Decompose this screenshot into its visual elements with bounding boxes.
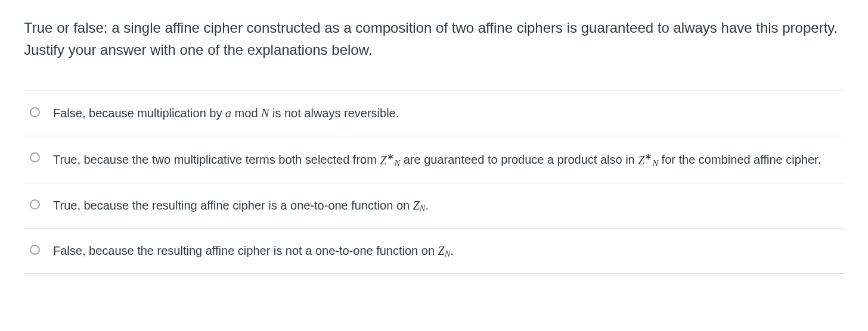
question-prompt: True or false: a single affine cipher co…	[24, 17, 844, 61]
math-Zstar: Z∗N	[380, 154, 400, 167]
option-1-mid: mod	[231, 107, 261, 120]
option-3-post: .	[425, 199, 429, 212]
option-4-text: False, because the resulting affine ciph…	[53, 242, 454, 260]
option-3-text: True, because the resulting affine ciphe…	[53, 196, 429, 215]
math-Z: Z	[638, 154, 644, 167]
math-Z: Z	[438, 244, 445, 257]
math-sub-N: N	[395, 158, 401, 167]
option-3-pre: True, because the resulting affine ciphe…	[53, 199, 413, 212]
option-2-pre: True, because the two multiplicative ter…	[53, 154, 380, 167]
option-2-text: True, because the two multiplicative ter…	[53, 149, 821, 169]
math-sub-N: N	[445, 248, 451, 258]
math-star: ∗	[644, 151, 652, 161]
math-sub-N: N	[420, 203, 426, 213]
option-2-mid: are guaranteed to produce a product also…	[400, 154, 638, 167]
option-1-text: False, because multiplication by a mod N…	[53, 104, 399, 123]
option-4-pre: False, because the resulting affine ciph…	[53, 244, 438, 257]
math-star: ∗	[387, 151, 395, 161]
math-Zstar: Z∗N	[638, 154, 658, 167]
option-1[interactable]: False, because multiplication by a mod N…	[24, 91, 844, 136]
math-sub-N: N	[652, 158, 658, 167]
option-3[interactable]: True, because the resulting affine ciphe…	[24, 183, 844, 229]
radio-icon[interactable]	[30, 152, 40, 163]
radio-icon[interactable]	[30, 107, 40, 117]
math-Z: Z	[413, 199, 420, 212]
question-prompt-text: True or false: a single affine cipher co…	[24, 20, 838, 58]
option-2-post: for the combined affine cipher.	[658, 154, 821, 167]
radio-icon[interactable]	[30, 199, 40, 210]
math-Z: Z	[380, 154, 386, 167]
option-1-post: is not always reversible.	[269, 107, 399, 120]
math-ZN: ZN	[413, 199, 426, 212]
option-4[interactable]: False, because the resulting affine ciph…	[24, 229, 844, 274]
math-N: N	[261, 107, 269, 120]
option-1-pre: False, because multiplication by	[53, 107, 225, 120]
options-list: False, because multiplication by a mod N…	[24, 90, 844, 273]
option-4-post: .	[450, 244, 454, 257]
math-a: a	[225, 107, 231, 120]
math-ZN: ZN	[438, 244, 451, 257]
option-2[interactable]: True, because the two multiplicative ter…	[24, 136, 844, 183]
radio-icon[interactable]	[30, 245, 40, 255]
